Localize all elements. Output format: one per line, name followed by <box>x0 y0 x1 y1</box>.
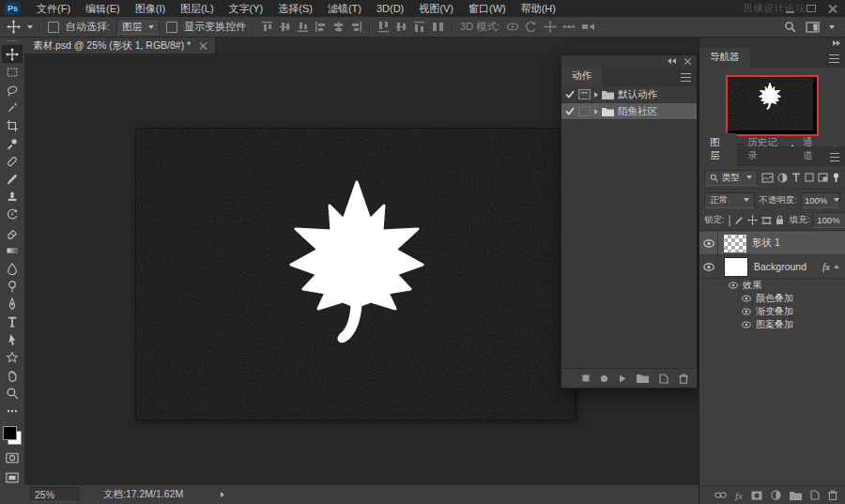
add-layer-style-icon[interactable]: fx <box>735 490 743 501</box>
statusbar-zoom-field[interactable]: 25% <box>30 487 79 502</box>
tool-hand[interactable] <box>2 366 23 384</box>
lock-pixels-icon[interactable] <box>734 216 744 225</box>
panel-close-icon[interactable] <box>684 58 691 65</box>
tool-brush[interactable] <box>2 170 23 188</box>
fill-dropdown[interactable]: 100% <box>813 212 845 228</box>
tab-actions[interactable]: 动作 <box>561 67 602 86</box>
collapse-effects-icon[interactable] <box>834 265 839 268</box>
foreground-background-swatches[interactable] <box>3 422 22 445</box>
align-hcenter-icon[interactable] <box>332 21 345 33</box>
close-icon[interactable] <box>828 5 837 13</box>
fx-badge[interactable]: fx <box>822 261 830 272</box>
menu-select[interactable]: 选择(S) <box>270 0 320 17</box>
expand-chevron-icon[interactable] <box>594 92 598 98</box>
3d-rotate-icon[interactable] <box>506 21 519 33</box>
align-left-icon[interactable] <box>315 21 327 33</box>
dialog-toggle-icon[interactable] <box>578 106 591 116</box>
panel-menu-icon[interactable] <box>681 73 691 82</box>
align-vcenter-icon[interactable] <box>279 21 291 33</box>
menu-3d[interactable]: 3D(D) <box>369 0 411 17</box>
move-tool-preset-icon[interactable] <box>7 20 21 34</box>
3d-slide-icon[interactable] <box>562 21 576 33</box>
expand-chevron-icon[interactable] <box>594 109 598 115</box>
tab-navigator[interactable]: 导航器 <box>699 48 750 68</box>
tool-dodge[interactable] <box>2 277 23 295</box>
document-canvas[interactable] <box>136 129 575 420</box>
new-set-folder-icon[interactable] <box>637 374 649 383</box>
tool-pen[interactable] <box>2 295 23 313</box>
tab-layers[interactable]: 图层 <box>699 133 737 166</box>
dialog-toggle-icon[interactable] <box>578 89 591 99</box>
visibility-cell[interactable] <box>699 255 718 278</box>
play-icon[interactable] <box>619 374 626 383</box>
tool-zoom[interactable] <box>2 384 23 402</box>
navigator-proxy-view[interactable] <box>726 75 819 136</box>
align-right-icon[interactable] <box>350 21 362 33</box>
quick-mask-button[interactable] <box>2 449 23 466</box>
filter-shape-icon[interactable] <box>805 173 814 182</box>
minimize-icon[interactable] <box>786 5 794 13</box>
action-set-row-selected[interactable]: 陌鱼社区 <box>561 103 697 120</box>
eye-icon[interactable] <box>742 308 751 315</box>
tool-history-brush[interactable] <box>2 206 23 223</box>
tool-clone-stamp[interactable] <box>2 188 23 206</box>
tool-eyedropper[interactable] <box>2 134 23 152</box>
menu-filter[interactable]: 滤镜(T) <box>320 0 369 17</box>
3d-roll-icon[interactable] <box>525 21 538 33</box>
lock-transparency-icon[interactable] <box>729 215 730 226</box>
edit-toolbar-ellipsis-icon[interactable] <box>2 402 23 420</box>
tab-close-icon[interactable] <box>199 42 207 50</box>
tool-lasso[interactable] <box>2 81 23 99</box>
effect-row-color-overlay[interactable]: 颜色叠加 <box>699 292 845 305</box>
filter-pixel-icon[interactable] <box>761 173 774 183</box>
filter-type-dropdown[interactable]: 类型 <box>704 170 758 186</box>
new-group-icon[interactable] <box>790 491 802 500</box>
dock-collapse-icon[interactable] <box>699 38 845 48</box>
menu-file[interactable]: 文件(F) <box>29 0 78 17</box>
collapse-to-icons-icon[interactable] <box>668 58 676 64</box>
menu-view[interactable]: 视图(V) <box>411 0 461 17</box>
actions-panel-header[interactable] <box>561 55 697 67</box>
align-bottom-icon[interactable] <box>297 21 309 33</box>
3d-drag-icon[interactable] <box>544 21 557 33</box>
effects-header-row[interactable]: 效果 <box>699 279 845 292</box>
filter-adjustment-icon[interactable] <box>777 173 788 183</box>
check-icon[interactable] <box>565 107 575 115</box>
menu-type[interactable]: 文字(Y) <box>222 0 271 17</box>
layer-name[interactable]: Background <box>754 261 807 272</box>
tool-path-select[interactable] <box>2 330 23 348</box>
layer-row-background[interactable]: Background fx <box>699 255 845 279</box>
tool-blur[interactable] <box>2 259 23 277</box>
new-adjustment-icon[interactable] <box>771 490 781 500</box>
lock-artboard-icon[interactable] <box>761 216 772 225</box>
effect-row-gradient-overlay[interactable]: 渐变叠加 <box>699 305 845 318</box>
effect-row-pattern-overlay[interactable]: 图案叠加 <box>699 318 845 331</box>
3d-scale-icon[interactable] <box>581 21 595 33</box>
filter-toggle-icon[interactable] <box>832 173 840 183</box>
lock-position-icon[interactable] <box>747 215 758 225</box>
tool-healing-brush[interactable] <box>2 152 23 170</box>
tool-custom-shape[interactable] <box>2 348 23 366</box>
new-layer-icon[interactable] <box>810 490 820 500</box>
trash-icon[interactable] <box>679 374 688 384</box>
distribute-top-icon[interactable] <box>377 21 390 33</box>
show-transform-checkbox[interactable] <box>166 22 177 33</box>
layer-row-shape1[interactable]: 形状 1 <box>699 232 845 255</box>
new-action-icon[interactable] <box>659 374 668 384</box>
add-mask-icon[interactable] <box>751 491 762 500</box>
record-icon[interactable] <box>600 374 608 383</box>
auto-select-checkbox[interactable] <box>48 22 59 33</box>
tab-channels[interactable]: 通道 <box>792 133 830 166</box>
layer-thumbnail[interactable] <box>724 235 746 252</box>
link-layers-icon[interactable] <box>714 492 727 498</box>
tool-crop[interactable] <box>2 116 23 134</box>
tool-eraser[interactable] <box>2 223 23 241</box>
document-tab[interactable]: 素材.psd @ 25% (形状 1, RGB/8#) * <box>24 38 216 53</box>
menu-image[interactable]: 图像(I) <box>128 0 173 17</box>
screen-mode-button[interactable] <box>2 468 23 486</box>
tool-type[interactable] <box>2 313 23 330</box>
tool-magic-wand[interactable] <box>2 99 23 116</box>
action-set-row[interactable]: 默认动作 <box>561 86 697 103</box>
distribute-bottom-icon[interactable] <box>413 21 425 33</box>
menu-edit[interactable]: 编辑(E) <box>78 0 128 17</box>
